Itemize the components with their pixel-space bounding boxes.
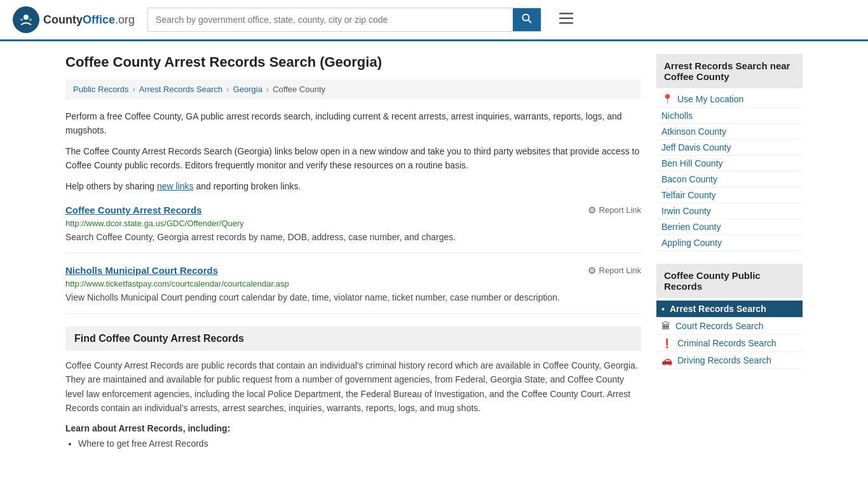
report-label-2: Report Link — [599, 266, 641, 275]
breadcrumb-current: Coffee County — [273, 85, 325, 94]
learn-list: Where to get free Arrest Records — [65, 438, 641, 449]
sidebar-near-item-berrien: Berrien County — [656, 219, 803, 235]
main-content: Coffee County Arrest Records Search (Geo… — [65, 54, 641, 451]
menu-button[interactable] — [554, 9, 578, 30]
breadcrumb-sep-2: › — [226, 85, 229, 94]
sidebar-near-section: Arrest Records Search near Coffee County… — [656, 54, 803, 254]
sidebar-near-item-nicholls: Nicholls — [656, 108, 803, 124]
sidebar-public-item-arrest[interactable]: ▪ Arrest Records Search — [656, 301, 803, 318]
intro-text-3: Help others by sharing new links and rep… — [65, 179, 641, 193]
sidebar-near-title: Arrest Records Search near Coffee County — [656, 54, 803, 88]
intro-text-3-pre: Help others by sharing — [65, 181, 157, 191]
driving-icon: 🚗 — [661, 355, 672, 365]
sidebar-near-link-nicholls[interactable]: Nicholls — [661, 111, 693, 121]
record-item-1: Coffee County Arrest Records ⚙ Report Li… — [65, 205, 641, 254]
sidebar-near-link-appling[interactable]: Appling County — [661, 238, 722, 248]
sidebar-public-item-driving: 🚗 Driving Records Search — [656, 352, 803, 369]
breadcrumb-georgia[interactable]: Georgia — [233, 85, 262, 94]
breadcrumb-arrest-records[interactable]: Arrest Records Search — [139, 85, 223, 94]
pin-icon: 📍 — [661, 93, 674, 105]
svg-line-5 — [528, 20, 531, 23]
page-title: Coffee County Arrest Records Search (Geo… — [65, 54, 641, 71]
sidebar-near-link-telfair[interactable]: Telfair County — [661, 190, 716, 200]
search-button[interactable] — [513, 8, 541, 31]
breadcrumb-sep-3: › — [266, 85, 269, 94]
learn-heading: Learn about Arrest Records, including: — [65, 423, 641, 433]
svg-point-1 — [24, 15, 29, 20]
sidebar-public-item-court: 🏛 Court Records Search — [656, 318, 803, 335]
sidebar-near-item-atkinson: Atkinson County — [656, 124, 803, 140]
svg-point-2 — [20, 18, 23, 21]
sidebar-public-item-criminal: ❗ Criminal Records Search — [656, 335, 803, 352]
court-icon: 🏛 — [661, 321, 670, 331]
record-url-2[interactable]: http://www.ticketfastpay.com/courtcalend… — [65, 279, 641, 288]
site-header: CountyOffice.org — [0, 0, 868, 41]
sidebar-near-link-irwin[interactable]: Irwin County — [661, 206, 711, 216]
record-title-2[interactable]: Nicholls Municipal Court Records — [65, 265, 218, 276]
svg-rect-8 — [559, 22, 573, 24]
record-header-2: Nicholls Municipal Court Records ⚙ Repor… — [65, 265, 641, 276]
use-location-item[interactable]: 📍 Use My Location — [656, 91, 803, 108]
breadcrumb: Public Records › Arrest Records Search ›… — [65, 79, 641, 99]
sidebar-public-list: ▪ Arrest Records Search 🏛 Court Records … — [656, 298, 803, 372]
find-section-heading: Find Coffee County Arrest Records — [65, 327, 641, 351]
sidebar-near-item-bacon: Bacon County — [656, 172, 803, 187]
search-input[interactable] — [148, 8, 513, 31]
svg-rect-7 — [559, 18, 573, 20]
svg-rect-6 — [559, 13, 573, 15]
intro-text-3-post: and reporting broken links. — [194, 181, 301, 191]
criminal-icon: ❗ — [661, 338, 672, 348]
sidebar-near-link-berrien[interactable]: Berrien County — [661, 222, 721, 232]
sidebar-public-title: Coffee County Public Records — [656, 264, 803, 298]
sidebar-public-link-criminal[interactable]: Criminal Records Search — [677, 338, 776, 348]
sidebar-public-section: Coffee County Public Records ▪ Arrest Re… — [656, 264, 803, 372]
sidebar-public-link-court[interactable]: Court Records Search — [675, 321, 764, 331]
record-url-1[interactable]: http://www.dcor.state.ga.us/GDC/Offender… — [65, 219, 641, 228]
arrest-icon: ▪ — [661, 304, 665, 314]
record-desc-2: View Nicholls Municipal Court pending co… — [65, 291, 641, 304]
search-bar — [147, 8, 541, 32]
list-item: Where to get free Arrest Records — [78, 438, 641, 449]
record-item-2: Nicholls Municipal Court Records ⚙ Repor… — [65, 265, 641, 314]
sidebar-near-link-jeff-davis[interactable]: Jeff Davis County — [661, 142, 731, 152]
report-link-2[interactable]: ⚙ Report Link — [588, 265, 641, 276]
sidebar-near-link-ben-hill[interactable]: Ben Hill County — [661, 158, 723, 168]
report-label-1: Report Link — [599, 205, 641, 215]
sidebar-public-link-arrest[interactable]: Arrest Records Search — [670, 304, 766, 314]
report-link-1[interactable]: ⚙ Report Link — [588, 205, 641, 216]
sidebar-near-item-irwin: Irwin County — [656, 203, 803, 219]
sidebar-public-link-driving[interactable]: Driving Records Search — [677, 355, 771, 365]
svg-point-3 — [29, 18, 32, 21]
intro-text-1: Perform a free Coffee County, GA public … — [65, 109, 641, 138]
sidebar-near-item-appling: Appling County — [656, 235, 803, 251]
report-icon-2: ⚙ — [588, 265, 596, 276]
sidebar-near-item-telfair: Telfair County — [656, 187, 803, 203]
record-title-1[interactable]: Coffee County Arrest Records — [65, 205, 201, 215]
sidebar-near-link-bacon[interactable]: Bacon County — [661, 174, 717, 184]
main-layout: Coffee County Arrest Records Search (Geo… — [53, 41, 815, 464]
use-location-link[interactable]: Use My Location — [677, 94, 743, 104]
breadcrumb-sep-1: › — [132, 85, 135, 94]
find-text: Coffee County Arrest Records are public … — [65, 358, 641, 416]
logo-icon — [13, 6, 39, 33]
sidebar: Arrest Records Search near Coffee County… — [656, 54, 803, 451]
sidebar-near-item-ben-hill: Ben Hill County — [656, 156, 803, 172]
sidebar-near-item-jeff-davis: Jeff Davis County — [656, 140, 803, 156]
new-links-link[interactable]: new links — [157, 181, 194, 191]
report-icon-1: ⚙ — [588, 205, 596, 216]
record-desc-1: Search Coffee County, Georgia arrest rec… — [65, 231, 641, 244]
intro-text-2: The Coffee County Arrest Records Search … — [65, 144, 641, 173]
sidebar-near-list: 📍 Use My Location Nicholls Atkinson Coun… — [656, 88, 803, 254]
record-header-1: Coffee County Arrest Records ⚙ Report Li… — [65, 205, 641, 216]
logo-text: CountyOffice.org — [43, 13, 135, 27]
sidebar-near-link-atkinson[interactable]: Atkinson County — [661, 126, 726, 137]
breadcrumb-public-records[interactable]: Public Records — [73, 85, 128, 94]
logo-link[interactable]: CountyOffice.org — [13, 6, 135, 33]
